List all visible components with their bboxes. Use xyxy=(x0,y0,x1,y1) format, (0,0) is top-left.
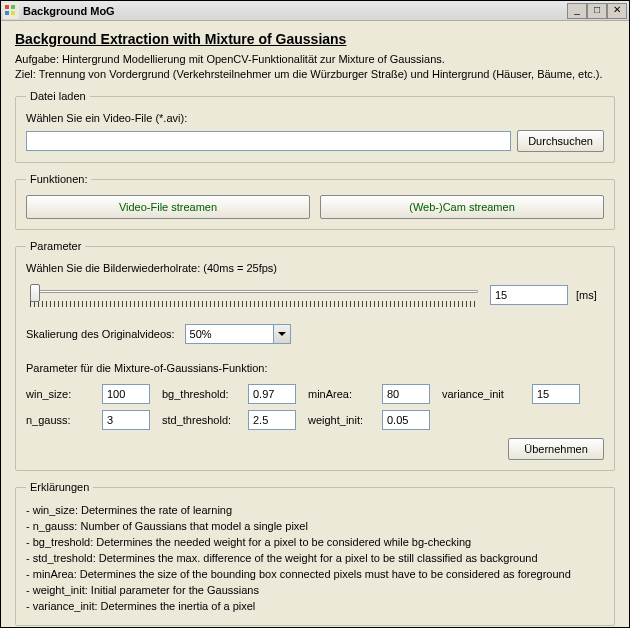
bg-threshold-input[interactable] xyxy=(248,384,296,404)
scale-select[interactable]: 50% xyxy=(185,324,291,344)
functions-legend: Funktionen: xyxy=(26,173,91,185)
apply-button[interactable]: Übernehmen xyxy=(508,438,604,460)
stream-cam-button[interactable]: (Web-)Cam streamen xyxy=(320,195,604,219)
task-line: Aufgabe: Hintergrund Modellierung mit Op… xyxy=(15,53,615,65)
browse-button[interactable]: Durchsuchen xyxy=(517,130,604,152)
app-icon xyxy=(3,3,19,19)
minarea-label: minArea: xyxy=(308,388,374,400)
explanations-legend: Erklärungen xyxy=(26,481,93,493)
file-load-label: Wählen Sie ein Video-File (*.avi): xyxy=(26,112,604,124)
file-load-group: Datei laden Wählen Sie ein Video-File (*… xyxy=(15,90,615,163)
goal-line: Ziel: Trennung von Vordergrund (Verkehrs… xyxy=(15,68,615,80)
fps-label: Wählen Sie die Bilderwiederholrate: (40m… xyxy=(26,262,604,274)
svg-rect-1 xyxy=(5,5,9,9)
minarea-input[interactable] xyxy=(382,384,430,404)
fps-input[interactable] xyxy=(490,285,568,305)
bg-threshold-label: bg_threshold: xyxy=(162,388,240,400)
scale-label: Skalierung des Originalvideos: xyxy=(26,328,175,340)
expl-item: variance_init: Determines the inertia of… xyxy=(26,599,604,615)
mog-param-grid: win_size: bg_threshold: minArea: varianc… xyxy=(26,384,604,430)
expl-item: minArea: Determines the size of the boun… xyxy=(26,567,604,583)
expl-item: n_gauss: Number of Gaussians that model … xyxy=(26,519,604,535)
maximize-button[interactable]: □ xyxy=(587,3,607,19)
functions-group: Funktionen: Video-File streamen (Web-)Ca… xyxy=(15,173,615,230)
weight-init-label: weight_init: xyxy=(308,414,374,426)
scale-value: 50% xyxy=(190,328,212,340)
n-gauss-input[interactable] xyxy=(102,410,150,430)
content-area: Background Extraction with Mixture of Ga… xyxy=(1,21,629,628)
svg-rect-3 xyxy=(5,11,9,15)
svg-rect-2 xyxy=(11,5,15,9)
minimize-button[interactable]: _ xyxy=(567,3,587,19)
svg-rect-4 xyxy=(11,11,15,15)
close-button[interactable]: ✕ xyxy=(607,3,627,19)
expl-item: weight_init: Initial parameter for the G… xyxy=(26,583,604,599)
stream-video-button[interactable]: Video-File streamen xyxy=(26,195,310,219)
parameter-legend: Parameter xyxy=(26,240,85,252)
variance-init-label: variance_init xyxy=(442,388,524,400)
win-size-label: win_size: xyxy=(26,388,94,400)
variance-init-input[interactable] xyxy=(532,384,580,404)
titlebar: Background MoG _ □ ✕ xyxy=(1,1,629,21)
expl-item: std_treshold: Determines the max. differ… xyxy=(26,551,604,567)
explanations-group: Erklärungen win_size: Determines the rat… xyxy=(15,481,615,626)
slider-thumb[interactable] xyxy=(30,284,40,302)
mog-func-label: Parameter für die Mixture-of-Gaussians-F… xyxy=(26,362,604,374)
chevron-down-icon[interactable] xyxy=(273,325,290,343)
parameter-group: Parameter Wählen Sie die Bilderwiederhol… xyxy=(15,240,615,471)
expl-item: bg_treshold: Determines the needed weigh… xyxy=(26,535,604,551)
explanations-list: win_size: Determines the rate of learnin… xyxy=(26,503,604,615)
win-size-input[interactable] xyxy=(102,384,150,404)
std-threshold-label: std_threshold: xyxy=(162,414,240,426)
file-load-legend: Datei laden xyxy=(26,90,90,102)
std-threshold-input[interactable] xyxy=(248,410,296,430)
fps-slider[interactable] xyxy=(26,280,482,310)
expl-item: win_size: Determines the rate of learnin… xyxy=(26,503,604,519)
weight-init-input[interactable] xyxy=(382,410,430,430)
file-path-input[interactable] xyxy=(26,131,511,151)
app-window: Background MoG _ □ ✕ Background Extracti… xyxy=(0,0,630,628)
page-title: Background Extraction with Mixture of Ga… xyxy=(15,31,615,47)
window-title: Background MoG xyxy=(23,5,567,17)
n-gauss-label: n_gauss: xyxy=(26,414,94,426)
fps-unit: [ms] xyxy=(576,289,604,301)
